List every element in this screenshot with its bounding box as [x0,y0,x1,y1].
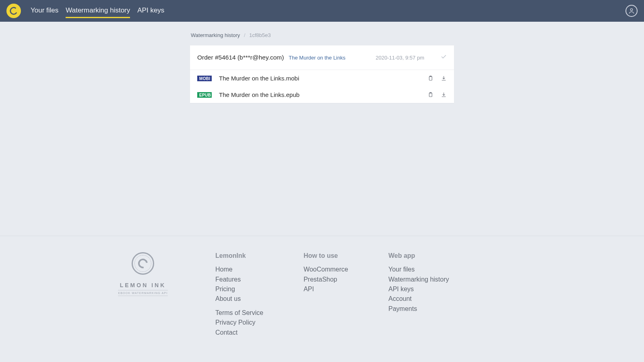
breadcrumb-parent[interactable]: Watermarking history [191,32,240,38]
status-check-icon [440,53,447,62]
order-title: Order #54614 (b***r@hey.com) [197,54,284,61]
footer-link-pricing[interactable]: Pricing [215,285,263,294]
file-name: The Murder on the Links.epub [219,91,299,98]
footer-col-lemonink: LemonInk Home Features Pricing About us … [215,252,263,338]
footer-link-woocommerce[interactable]: WooCommerce [303,265,348,274]
user-avatar[interactable] [625,5,638,17]
order-card: Order #54614 (b***r@hey.com) The Murder … [190,45,454,103]
footer-col-webapp: Web app Your files Watermarking history … [388,252,449,338]
footer-link-api[interactable]: API [303,285,348,294]
download-button[interactable] [441,75,447,81]
copy-link-button[interactable] [427,92,433,98]
nav-your-files[interactable]: Your files [31,4,58,18]
footer-heading: LemonInk [215,252,263,259]
footer-heading: How to use [303,252,348,259]
nav-links: Your files Watermarking history API keys [31,4,164,18]
top-navbar: Your files Watermarking history API keys [0,0,644,22]
footer-brand-tag: EBOOK WATERMARKING API [118,290,167,296]
footer-link-about[interactable]: About us [215,294,263,303]
clipboard-icon [427,75,433,81]
order-timestamp: 2020-11-03, 9:57 pm [376,55,424,61]
footer-link-home[interactable]: Home [215,265,263,274]
breadcrumb-separator: / [244,32,246,38]
copy-link-button[interactable] [427,75,433,81]
footer-link-payments[interactable]: Payments [388,304,449,313]
order-book-link[interactable]: The Murder on the Links [289,55,345,61]
file-name: The Murder on the Links.mobi [219,75,299,82]
user-icon [627,7,636,15]
file-row: MOBI The Murder on the Links.mobi [190,70,454,86]
download-button[interactable] [441,92,447,98]
footer-link-your-files[interactable]: Your files [388,265,449,274]
footer-link-features[interactable]: Features [215,275,263,284]
footer-brand-name: LEMON INK [120,282,166,288]
format-badge-mobi: MOBI [197,76,212,81]
footer-link-api-keys[interactable]: API keys [388,285,449,294]
breadcrumb: Watermarking history / 1cf8b5e3 [190,32,454,38]
footer-col-howto: How to use WooCommerce PrestaShop API [303,252,348,338]
footer-link-prestashop[interactable]: PrestaShop [303,275,348,284]
main-content: Watermarking history / 1cf8b5e3 Order #5… [0,22,644,236]
breadcrumb-current: 1cf8b5e3 [249,32,271,38]
footer-heading: Web app [388,252,449,259]
footer: LEMON INK EBOOK WATERMARKING API LemonIn… [0,236,644,362]
brand-logo[interactable] [6,4,21,18]
svg-rect-2 [429,76,432,80]
nav-watermarking-history[interactable]: Watermarking history [66,4,130,18]
footer-logo-seal-icon [132,252,154,275]
download-icon [441,92,447,98]
download-icon [441,75,447,81]
order-header: Order #54614 (b***r@hey.com) The Murder … [190,45,454,70]
footer-link-account[interactable]: Account [388,294,449,303]
format-badge-epub: EPUB [197,92,212,98]
footer-brand: LEMON INK EBOOK WATERMARKING API [111,252,175,338]
logo-c-icon [9,6,18,15]
footer-link-tos[interactable]: Terms of Service [215,309,263,317]
nav-api-keys[interactable]: API keys [137,4,164,18]
svg-rect-4 [429,93,432,97]
footer-link-wm-history[interactable]: Watermarking history [388,275,449,284]
footer-link-privacy[interactable]: Privacy Policy [215,318,263,327]
svg-point-0 [9,6,18,15]
file-row: EPUB The Murder on the Links.epub [190,86,454,103]
footer-link-contact[interactable]: Contact [215,328,263,337]
clipboard-icon [427,92,433,98]
svg-point-1 [630,8,632,10]
